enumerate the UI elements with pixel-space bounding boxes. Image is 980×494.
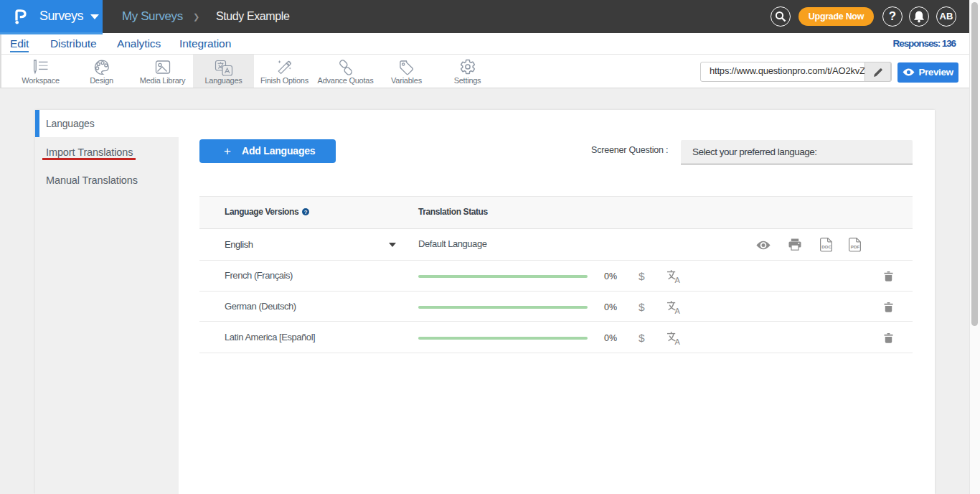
svg-text:A: A xyxy=(675,337,681,345)
svg-text:A: A xyxy=(675,307,681,314)
svg-text:?: ? xyxy=(304,209,308,215)
svg-text:PDF: PDF xyxy=(851,244,860,249)
svg-text:A: A xyxy=(675,276,681,284)
svg-text:DOC: DOC xyxy=(821,244,831,249)
